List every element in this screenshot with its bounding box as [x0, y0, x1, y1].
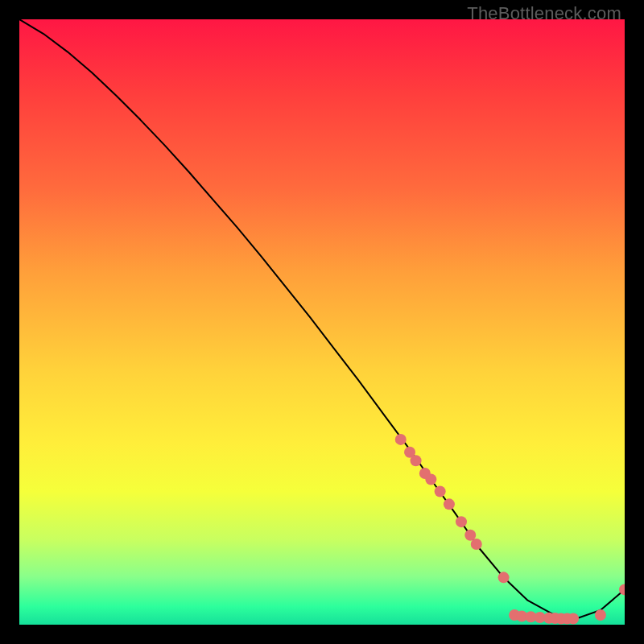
bottleneck-curve	[19, 19, 625, 618]
scatter-point	[456, 516, 467, 527]
scatter-point	[471, 539, 482, 550]
scatter-point	[425, 474, 436, 485]
chart-frame: TheBottleneck.com	[0, 0, 644, 644]
scatter-point	[498, 572, 510, 583]
scatter-point	[435, 486, 446, 497]
scatter-point	[395, 434, 407, 445]
curve-markers	[395, 434, 625, 625]
plot-area	[19, 19, 625, 625]
chart-overlay	[19, 19, 625, 625]
scatter-point	[411, 455, 422, 466]
scatter-point	[444, 498, 455, 510]
scatter-point	[595, 609, 606, 621]
scatter-point	[568, 613, 579, 624]
